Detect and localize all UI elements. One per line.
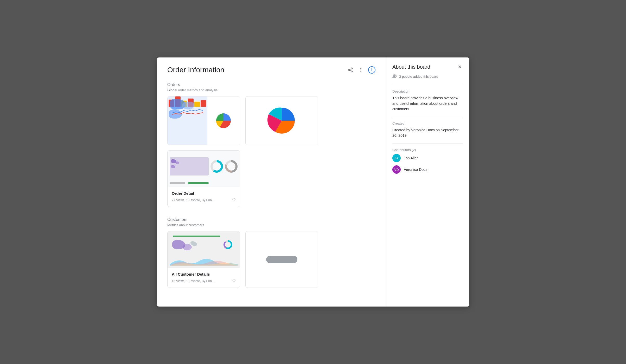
people-count-text: 3 people added this board — [399, 75, 438, 79]
page-header: Order Information i — [167, 66, 375, 74]
share-icon[interactable] — [347, 67, 354, 73]
cust-blob-2 — [183, 244, 192, 250]
card-order-analysis[interactable]: Order Analysis 8753 Views, 3 Favorites, … — [167, 96, 240, 145]
orders-section-header: Orders Global order metrics and analysis — [167, 82, 375, 92]
description-label: Description — [392, 89, 463, 93]
donut-2 — [225, 160, 238, 173]
svg-line-4 — [350, 69, 351, 69]
map-left — [168, 96, 207, 145]
close-button[interactable]: ✕ — [457, 64, 463, 70]
orders-cards-grid: Order Analysis 8753 Views, 3 Favorites, … — [167, 96, 375, 207]
avatar-ja: JA — [392, 154, 401, 162]
card-thumbnail-first-purchase — [246, 231, 318, 288]
sidebar: About this board ✕ 3 people added this b… — [386, 57, 469, 307]
info-icon[interactable]: i — [368, 66, 375, 74]
sidebar-header: About this board ✕ — [392, 64, 463, 70]
customers-section-header: Customers Metrics about customers — [167, 217, 375, 227]
pie-right — [207, 96, 240, 145]
card-thumbnail-order-analysis — [168, 96, 240, 145]
map-blob-b — [175, 161, 179, 164]
cust-wave — [170, 257, 238, 266]
svg-point-7 — [360, 71, 361, 72]
card-body-order-detail: Order Detail 27 Views, 1 Favorite, By Er… — [168, 187, 240, 207]
created-label: Created — [392, 121, 463, 125]
card-top-sales[interactable]: Top Sales by Category 285 Views, By Mari… — [245, 96, 318, 145]
bar-6 — [201, 100, 206, 107]
big-pie-chart — [267, 106, 296, 135]
people-row: 3 people added this board — [392, 74, 463, 79]
card-title-customer-details: All Customer Details — [172, 272, 236, 276]
card-thumbnail-order-detail — [168, 151, 240, 187]
svg-line-3 — [350, 70, 351, 71]
avatar-vd: VD — [392, 165, 401, 174]
detail-progress-row — [170, 181, 238, 185]
contributor-name-ja: Jon Allen — [404, 156, 419, 160]
customers-cards-grid: All Customer Details 13 Views, 1 Favorit… — [167, 231, 375, 288]
sidebar-title: About this board — [392, 64, 430, 70]
card-all-customer-details[interactable]: All Customer Details 13 Views, 1 Favorit… — [167, 231, 240, 288]
detail-map — [170, 157, 209, 176]
main-content: Order Information i — [157, 57, 386, 307]
card-title-order-detail: Order Detail — [172, 191, 236, 196]
card-first-purchase[interactable]: Number of First Purcha... By Alissa Docs… — [245, 231, 318, 288]
card-meta-customer-details: 13 Views, 1 Favorite, By Erin ... ♡ — [172, 278, 236, 283]
favorite-icon-customer-details[interactable]: ♡ — [232, 278, 236, 283]
card-meta-text-customer-details: 13 Views, 1 Favorite, By Erin ... — [172, 279, 215, 283]
svg-point-5 — [360, 68, 361, 69]
line-chart — [168, 108, 207, 116]
map-blob-c — [171, 165, 175, 168]
sidebar-created-section: Created Created by Veronica Docs on Sept… — [392, 121, 463, 138]
sidebar-description-section: Description This board provides a busine… — [392, 89, 463, 112]
contributor-row-ja: JA Jon Allen — [392, 154, 463, 162]
cust-blob-3 — [190, 241, 197, 246]
customers-title: Customers — [167, 217, 375, 222]
customer-progress-bar — [173, 236, 220, 237]
svg-point-18 — [393, 74, 395, 76]
contributor-row-vd: VD Veronica Docs — [392, 165, 463, 174]
header-actions: i — [347, 66, 375, 74]
more-options-icon[interactable] — [358, 67, 364, 73]
card-meta-text-order-detail: 27 Views, 1 Favorite, By Erin ... — [172, 198, 215, 202]
page-title: Order Information — [167, 66, 224, 74]
created-text: Created by Veronica Docs on September 26… — [392, 127, 463, 138]
bar-5 — [194, 102, 200, 107]
description-text: This board provides a business overview … — [392, 95, 463, 112]
svg-point-19 — [395, 74, 397, 76]
favorite-icon-order-detail[interactable]: ♡ — [232, 198, 236, 203]
card-body-top-sales: Top Sales by Category 285 Views, By Mari… — [246, 145, 318, 145]
card-body-first-purchase: Number of First Purcha... By Alissa Docs… — [246, 288, 318, 288]
customers-subtitle: Metrics about customers — [167, 223, 375, 227]
divider-2 — [392, 117, 463, 117]
orders-title: Orders — [167, 82, 375, 87]
divider-3 — [392, 144, 463, 144]
orders-subtitle: Global order metrics and analysis — [167, 88, 375, 92]
main-window: Order Information i — [157, 57, 469, 307]
progress-bar-2 — [188, 182, 209, 184]
customer-map-area — [170, 239, 238, 266]
progress-bar-1 — [170, 182, 185, 184]
contributors-label: Contributors (2) — [392, 148, 463, 152]
svg-point-6 — [360, 69, 361, 70]
card-thumbnail-top-sales — [246, 96, 318, 145]
divider-1 — [392, 85, 463, 85]
donut-1 — [210, 160, 223, 173]
detail-top-row — [170, 153, 238, 180]
pie-chart-small — [216, 113, 231, 128]
card-order-detail[interactable]: Order Detail 27 Views, 1 Favorite, By Er… — [167, 150, 240, 207]
card-meta-order-detail: 27 Views, 1 Favorite, By Erin ... ♡ — [172, 198, 236, 203]
card-body-order-analysis: Order Analysis 8753 Views, 3 Favorites, … — [168, 145, 240, 145]
people-icon — [392, 74, 397, 79]
contributor-name-vd: Veronica Docs — [404, 167, 427, 172]
card-body-customer-details: All Customer Details 13 Views, 1 Favorit… — [168, 268, 240, 288]
sidebar-contributors-section: Contributors (2) JA Jon Allen VD Veronic… — [392, 148, 463, 174]
card-thumbnail-customer-details — [168, 231, 240, 268]
cust-donut — [223, 240, 233, 249]
gray-bar — [266, 256, 297, 263]
